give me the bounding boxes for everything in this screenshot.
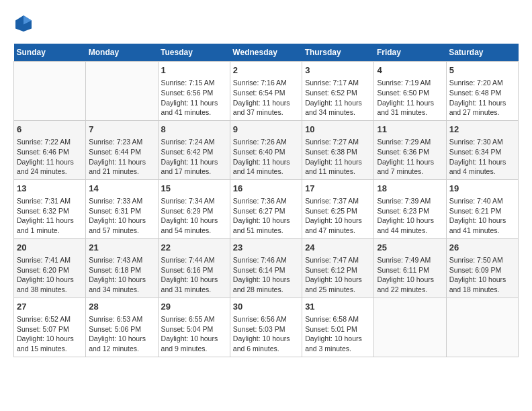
calendar-cell: 29Sunrise: 6:55 AMSunset: 5:04 PMDayligh… (158, 298, 230, 357)
day-info: Sunrise: 7:17 AMSunset: 6:52 PMDaylight:… (305, 78, 371, 118)
day-info: Sunrise: 6:52 AMSunset: 5:07 PMDaylight:… (17, 314, 83, 354)
calendar-cell: 28Sunrise: 6:53 AMSunset: 5:06 PMDayligh… (86, 298, 158, 357)
day-number: 31 (305, 301, 371, 313)
weekday-header: Thursday (302, 44, 374, 62)
weekday-header: Friday (374, 44, 446, 62)
day-info: Sunrise: 6:56 AMSunset: 5:03 PMDaylight:… (233, 314, 299, 354)
day-number: 23 (233, 242, 299, 254)
calendar-cell: 5Sunrise: 7:20 AMSunset: 6:48 PMDaylight… (446, 62, 518, 121)
calendar-cell: 30Sunrise: 6:56 AMSunset: 5:03 PMDayligh… (230, 298, 302, 357)
day-number: 7 (89, 124, 154, 136)
logo-icon (13, 13, 34, 34)
calendar-cell: 18Sunrise: 7:39 AMSunset: 6:23 PMDayligh… (374, 179, 446, 238)
day-number: 28 (89, 301, 154, 313)
calendar-cell: 12Sunrise: 7:30 AMSunset: 6:34 PMDayligh… (446, 120, 518, 179)
day-info: Sunrise: 7:29 AMSunset: 6:36 PMDaylight:… (377, 137, 443, 177)
calendar-cell: 8Sunrise: 7:24 AMSunset: 6:42 PMDaylight… (158, 120, 230, 179)
day-info: Sunrise: 7:15 AMSunset: 6:56 PMDaylight:… (161, 78, 227, 118)
day-info: Sunrise: 7:27 AMSunset: 6:38 PMDaylight:… (305, 137, 371, 177)
weekday-header: Monday (86, 44, 158, 62)
day-info: Sunrise: 7:46 AMSunset: 6:14 PMDaylight:… (233, 255, 299, 295)
calendar-week-row: 13Sunrise: 7:31 AMSunset: 6:32 PMDayligh… (14, 179, 519, 238)
calendar-cell: 16Sunrise: 7:36 AMSunset: 6:27 PMDayligh… (230, 179, 302, 238)
day-number: 2 (233, 64, 299, 77)
calendar-cell (446, 298, 518, 357)
calendar-cell: 10Sunrise: 7:27 AMSunset: 6:38 PMDayligh… (302, 120, 374, 179)
calendar-week-row: 6Sunrise: 7:22 AMSunset: 6:46 PMDaylight… (14, 120, 519, 179)
day-info: Sunrise: 7:41 AMSunset: 6:20 PMDaylight:… (17, 255, 83, 295)
calendar-cell: 22Sunrise: 7:44 AMSunset: 6:16 PMDayligh… (158, 238, 230, 298)
calendar-cell: 7Sunrise: 7:23 AMSunset: 6:44 PMDaylight… (86, 120, 158, 179)
day-number: 3 (305, 64, 371, 77)
day-number: 5 (449, 64, 515, 77)
day-number: 17 (305, 183, 371, 195)
day-number: 9 (233, 124, 299, 136)
day-number: 15 (161, 183, 227, 195)
calendar-cell: 3Sunrise: 7:17 AMSunset: 6:52 PMDaylight… (302, 62, 374, 121)
calendar-cell: 13Sunrise: 7:31 AMSunset: 6:32 PMDayligh… (14, 179, 86, 238)
day-number: 1 (161, 64, 227, 77)
weekday-header: Saturday (446, 44, 518, 62)
logo (13, 13, 36, 34)
day-number: 12 (449, 124, 515, 136)
calendar-cell: 6Sunrise: 7:22 AMSunset: 6:46 PMDaylight… (14, 120, 86, 179)
day-number: 29 (161, 301, 227, 313)
calendar-cell: 17Sunrise: 7:37 AMSunset: 6:25 PMDayligh… (302, 179, 374, 238)
calendar-cell: 2Sunrise: 7:16 AMSunset: 6:54 PMDaylight… (230, 62, 302, 121)
calendar-cell: 9Sunrise: 7:26 AMSunset: 6:40 PMDaylight… (230, 120, 302, 179)
weekday-header: Tuesday (158, 44, 230, 62)
day-info: Sunrise: 7:20 AMSunset: 6:48 PMDaylight:… (449, 78, 515, 118)
day-number: 14 (89, 183, 154, 195)
day-info: Sunrise: 7:40 AMSunset: 6:21 PMDaylight:… (449, 196, 515, 236)
calendar-cell: 20Sunrise: 7:41 AMSunset: 6:20 PMDayligh… (14, 238, 86, 298)
day-info: Sunrise: 7:30 AMSunset: 6:34 PMDaylight:… (449, 137, 515, 177)
day-number: 11 (377, 124, 443, 136)
calendar-cell: 11Sunrise: 7:29 AMSunset: 6:36 PMDayligh… (374, 120, 446, 179)
calendar-cell: 23Sunrise: 7:46 AMSunset: 6:14 PMDayligh… (230, 238, 302, 298)
calendar-cell (86, 62, 158, 121)
calendar-cell (14, 62, 86, 121)
calendar-cell: 31Sunrise: 6:58 AMSunset: 5:01 PMDayligh… (302, 298, 374, 357)
calendar-table: SundayMondayTuesdayWednesdayThursdayFrid… (13, 44, 519, 357)
weekday-header: Wednesday (230, 44, 302, 62)
day-number: 22 (161, 242, 227, 254)
calendar-cell (374, 298, 446, 357)
day-info: Sunrise: 7:44 AMSunset: 6:16 PMDaylight:… (161, 255, 227, 295)
day-info: Sunrise: 6:58 AMSunset: 5:01 PMDaylight:… (305, 314, 371, 354)
page-header (13, 13, 519, 34)
day-info: Sunrise: 7:24 AMSunset: 6:42 PMDaylight:… (161, 137, 227, 177)
day-number: 16 (233, 183, 299, 195)
calendar-cell: 24Sunrise: 7:47 AMSunset: 6:12 PMDayligh… (302, 238, 374, 298)
day-number: 4 (377, 64, 443, 77)
calendar-week-row: 20Sunrise: 7:41 AMSunset: 6:20 PMDayligh… (14, 238, 519, 298)
day-info: Sunrise: 7:22 AMSunset: 6:46 PMDaylight:… (17, 137, 83, 177)
day-info: Sunrise: 6:53 AMSunset: 5:06 PMDaylight:… (89, 314, 154, 354)
day-info: Sunrise: 7:49 AMSunset: 6:11 PMDaylight:… (377, 255, 443, 295)
day-number: 26 (449, 242, 515, 254)
day-number: 13 (17, 183, 83, 195)
day-number: 18 (377, 183, 443, 195)
calendar-cell: 14Sunrise: 7:33 AMSunset: 6:31 PMDayligh… (86, 179, 158, 238)
day-info: Sunrise: 7:37 AMSunset: 6:25 PMDaylight:… (305, 196, 371, 236)
weekday-header-row: SundayMondayTuesdayWednesdayThursdayFrid… (14, 44, 519, 62)
day-info: Sunrise: 7:47 AMSunset: 6:12 PMDaylight:… (305, 255, 371, 295)
day-number: 27 (17, 301, 83, 313)
day-number: 20 (17, 242, 83, 254)
day-info: Sunrise: 7:34 AMSunset: 6:29 PMDaylight:… (161, 196, 227, 236)
day-info: Sunrise: 7:26 AMSunset: 6:40 PMDaylight:… (233, 137, 299, 177)
calendar-week-row: 1Sunrise: 7:15 AMSunset: 6:56 PMDaylight… (14, 62, 519, 121)
day-number: 24 (305, 242, 371, 254)
day-info: Sunrise: 7:50 AMSunset: 6:09 PMDaylight:… (449, 255, 515, 295)
calendar-cell: 26Sunrise: 7:50 AMSunset: 6:09 PMDayligh… (446, 238, 518, 298)
day-number: 6 (17, 124, 83, 136)
day-number: 25 (377, 242, 443, 254)
calendar-cell: 1Sunrise: 7:15 AMSunset: 6:56 PMDaylight… (158, 62, 230, 121)
day-info: Sunrise: 7:19 AMSunset: 6:50 PMDaylight:… (377, 78, 443, 118)
day-number: 19 (449, 183, 515, 195)
day-info: Sunrise: 7:43 AMSunset: 6:18 PMDaylight:… (89, 255, 154, 295)
day-info: Sunrise: 7:36 AMSunset: 6:27 PMDaylight:… (233, 196, 299, 236)
calendar-cell: 21Sunrise: 7:43 AMSunset: 6:18 PMDayligh… (86, 238, 158, 298)
day-info: Sunrise: 7:33 AMSunset: 6:31 PMDaylight:… (89, 196, 154, 236)
day-info: Sunrise: 7:39 AMSunset: 6:23 PMDaylight:… (377, 196, 443, 236)
weekday-header: Sunday (14, 44, 86, 62)
